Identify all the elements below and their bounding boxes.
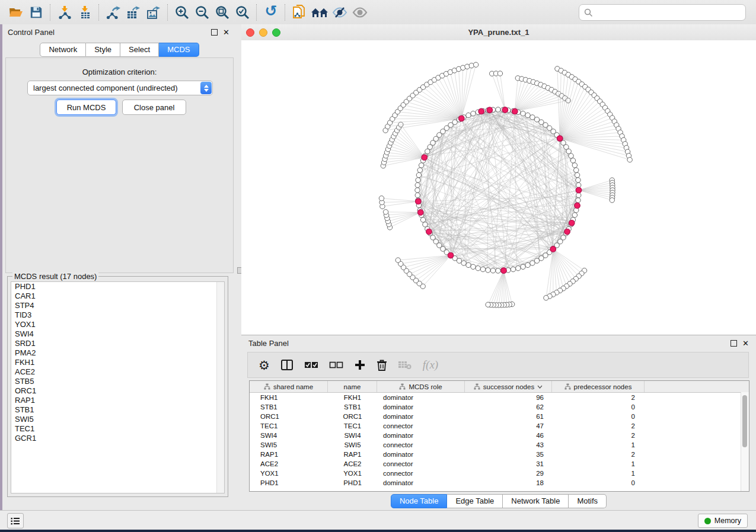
- tab-motifs[interactable]: Motifs: [569, 494, 607, 508]
- graph-node[interactable]: [476, 266, 480, 271]
- zoom-fit-button[interactable]: [212, 4, 232, 21]
- network-graph[interactable]: [241, 40, 756, 335]
- mcds-result-item[interactable]: RAP1: [11, 396, 224, 405]
- graph-node[interactable]: [480, 267, 485, 271]
- mcds-node[interactable]: [487, 107, 493, 113]
- save-session-button[interactable]: [26, 4, 46, 21]
- search-field[interactable]: [579, 4, 746, 21]
- graph-node[interactable]: [416, 172, 421, 177]
- graph-node[interactable]: [415, 193, 420, 197]
- graph-node[interactable]: [525, 113, 530, 117]
- graph-node[interactable]: [379, 196, 384, 201]
- graph-node[interactable]: [566, 149, 571, 153]
- zoom-selected-button[interactable]: [232, 4, 253, 21]
- tab-style[interactable]: Style: [86, 43, 120, 57]
- table-row[interactable]: SWI5SWI5connector431: [250, 440, 749, 450]
- graph-node[interactable]: [627, 158, 632, 162]
- mcds-result-item[interactable]: ORC1: [11, 386, 224, 396]
- graph-node[interactable]: [570, 158, 575, 163]
- zoom-in-button[interactable]: [172, 4, 192, 21]
- run-mcds-button[interactable]: Run MCDS: [56, 100, 116, 115]
- graph-node[interactable]: [417, 168, 422, 172]
- mcds-result-item[interactable]: STB1: [11, 405, 224, 415]
- graph-node[interactable]: [576, 182, 581, 187]
- column-header-predecessor-nodes[interactable]: predecessor nodes: [552, 381, 645, 392]
- graph-node[interactable]: [398, 122, 403, 127]
- add-row-button[interactable]: [354, 357, 366, 373]
- mcds-result-item[interactable]: YOX1: [11, 320, 224, 329]
- mcds-node[interactable]: [479, 108, 484, 114]
- settings-gear-button[interactable]: ⚙: [259, 357, 270, 373]
- table-row[interactable]: STB1STB1dominator620: [250, 402, 749, 412]
- mcds-node[interactable]: [501, 268, 507, 274]
- network-canvas[interactable]: [241, 40, 756, 335]
- mcds-node[interactable]: [422, 155, 428, 161]
- table-row[interactable]: PHD1PHD1dominator180: [250, 478, 749, 488]
- graph-node[interactable]: [423, 222, 428, 227]
- export-image-button[interactable]: [143, 4, 164, 21]
- mcds-node[interactable]: [458, 116, 464, 121]
- mcds-node[interactable]: [557, 136, 563, 142]
- node-table-scrollbar[interactable]: [741, 392, 749, 491]
- graph-node[interactable]: [490, 268, 495, 273]
- graph-node[interactable]: [466, 113, 471, 117]
- graph-node[interactable]: [497, 71, 502, 76]
- float-table-panel-icon[interactable]: [731, 340, 737, 347]
- mcds-node[interactable]: [416, 198, 422, 204]
- mcds-result-item[interactable]: FKH1: [11, 358, 224, 367]
- mcds-result-scrollbar[interactable]: [216, 282, 224, 493]
- home-view-button[interactable]: [310, 4, 330, 21]
- graph-node[interactable]: [461, 261, 466, 265]
- table-row[interactable]: YOX1YOX1connector291: [250, 469, 749, 478]
- graph-node[interactable]: [530, 115, 535, 120]
- column-header-MCDS-role[interactable]: MCDS role: [377, 381, 465, 392]
- table-row[interactable]: SWI4SWI4dominator462: [250, 431, 749, 440]
- graph-node[interactable]: [496, 268, 500, 273]
- refresh-button[interactable]: ↺: [261, 4, 281, 21]
- graph-node[interactable]: [572, 163, 577, 168]
- table-row[interactable]: ORC1ORC1dominator610: [250, 412, 749, 421]
- float-panel-icon[interactable]: [211, 29, 218, 36]
- mcds-result-item[interactable]: TID3: [11, 310, 224, 320]
- graph-node[interactable]: [544, 296, 548, 300]
- graph-node[interactable]: [521, 111, 525, 116]
- graph-node[interactable]: [471, 111, 476, 116]
- mcds-result-item[interactable]: SRD1: [11, 339, 224, 348]
- mcds-node[interactable]: [569, 220, 575, 226]
- mcds-result-item[interactable]: PHD1: [11, 282, 224, 291]
- table-row[interactable]: TEC1TEC1connector472: [250, 421, 749, 431]
- graph-node[interactable]: [572, 213, 577, 217]
- export-network-button[interactable]: [103, 4, 123, 21]
- task-history-button[interactable]: [7, 513, 24, 528]
- graph-node[interactable]: [525, 262, 530, 267]
- graph-node[interactable]: [530, 261, 535, 265]
- tab-node-table[interactable]: Node Table: [391, 494, 448, 508]
- zoom-out-button[interactable]: [192, 4, 212, 21]
- mcds-result-item[interactable]: STP4: [11, 301, 224, 310]
- select-all-button[interactable]: [304, 357, 318, 373]
- search-input[interactable]: [596, 6, 745, 19]
- tab-select[interactable]: Select: [120, 43, 159, 57]
- clone-network-button[interactable]: [289, 4, 310, 21]
- graph-node[interactable]: [575, 172, 579, 177]
- graph-node[interactable]: [534, 258, 539, 263]
- mcds-node[interactable]: [550, 246, 556, 252]
- tab-network-table[interactable]: Network Table: [503, 494, 569, 508]
- column-header-successor-nodes[interactable]: successor nodes: [465, 381, 552, 392]
- mcds-result-item[interactable]: ACE2: [11, 367, 224, 377]
- hide-selected-button[interactable]: [330, 4, 350, 21]
- import-table-button[interactable]: [75, 4, 95, 21]
- graph-node[interactable]: [511, 267, 515, 271]
- table-row[interactable]: ACE2ACE2connector311: [250, 459, 749, 469]
- graph-node[interactable]: [471, 264, 476, 269]
- graph-node[interactable]: [420, 217, 425, 222]
- mcds-result-list[interactable]: PHD1CAR1STP4TID3YOX1SWI4SRD1PMA2FKH1ACE2…: [11, 281, 225, 493]
- graph-node[interactable]: [466, 262, 471, 267]
- mcds-result-item[interactable]: STB5: [11, 377, 224, 386]
- mcds-node[interactable]: [417, 210, 423, 216]
- graph-node[interactable]: [566, 98, 570, 103]
- graph-node[interactable]: [521, 264, 525, 269]
- mcds-node[interactable]: [575, 203, 580, 209]
- tab-edge-table[interactable]: Edge Table: [447, 494, 503, 508]
- column-header-shared-name[interactable]: shared name: [250, 381, 328, 392]
